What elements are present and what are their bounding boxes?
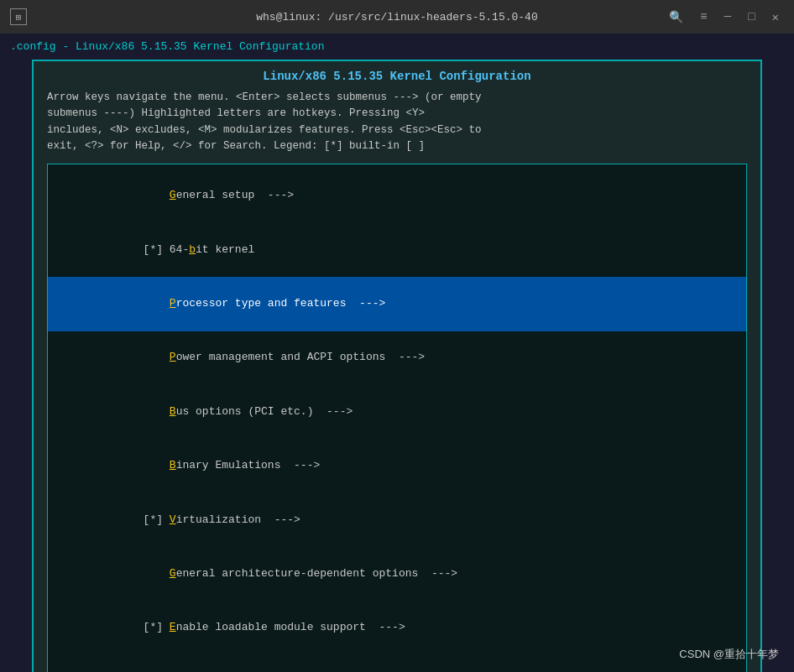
hotkey-bus: B — [170, 405, 176, 418]
hotkey-ga: G — [170, 567, 176, 580]
hotkey-b: b — [189, 243, 196, 256]
desc-line-3: includes, <N> excludes, <M> modularizes … — [47, 124, 482, 136]
desc-line-1: Arrow keys navigate the menu. <Enter> se… — [47, 91, 482, 103]
hotkey-bin: B — [170, 459, 176, 471]
menu-item-general-setup[interactable]: General setup ---> — [48, 169, 746, 223]
menu-item-general-arch[interactable]: General architecture-dependent options -… — [48, 547, 746, 601]
hotkey-p1: P — [170, 297, 176, 310]
hotkey-p2: P — [170, 351, 176, 363]
menu-item-power-management[interactable]: Power management and ACPI options ---> — [48, 331, 746, 385]
title-bar: ⊞ whs@linux: /usr/src/linux-headers-5.15… — [0, 0, 794, 34]
window-title: whs@linux: /usr/src/linux-headers-5.15.0… — [256, 11, 537, 23]
menu-item-block-layer[interactable]: [*] Enable the block layer ---> — [48, 655, 746, 672]
hotkey-e1: E — [170, 621, 176, 633]
menu-item-64bit-kernel[interactable]: [*] 64-bit kernel — [48, 223, 746, 277]
terminal-window: ⊞ whs@linux: /usr/src/linux-headers-5.15… — [0, 0, 794, 672]
menu-item-binary-emulations[interactable]: Binary Emulations ---> — [48, 439, 746, 492]
status-bar-text: .config - Linux/x86 5.15.35 Kernel Confi… — [10, 40, 324, 53]
terminal-content: .config - Linux/x86 5.15.35 Kernel Confi… — [0, 34, 794, 672]
menu-item-virtualization[interactable]: [*] Virtualization ---> — [48, 493, 746, 547]
search-button[interactable]: 🔍 — [664, 8, 688, 26]
config-description: Arrow keys navigate the menu. <Enter> se… — [47, 90, 747, 155]
window-controls: 🔍 ≡ ─ □ ✕ — [664, 8, 784, 26]
terminal-icon: ⊞ — [10, 8, 27, 25]
desc-line-2: submenus ----) Highlighted letters are h… — [47, 107, 425, 119]
menu-button[interactable]: ≡ — [695, 8, 712, 25]
status-bar: .config - Linux/x86 5.15.35 Kernel Confi… — [7, 39, 787, 55]
config-box: Linux/x86 5.15.35 Kernel Configuration A… — [32, 60, 762, 672]
config-title: Linux/x86 5.15.35 Kernel Configuration — [47, 70, 747, 83]
menu-item-bus-options[interactable]: Bus options (PCI etc.) ---> — [48, 385, 746, 439]
hotkey-v: V — [170, 513, 176, 526]
menu-box: General setup ---> [*] 64-bit kernel Pro… — [47, 164, 747, 673]
close-button[interactable]: ✕ — [767, 8, 784, 26]
desc-line-4: exit, <?> for Help, </> for Search. Lege… — [47, 140, 425, 152]
menu-item-processor-type[interactable]: Processor type and features ---> — [48, 277, 746, 331]
minimize-button[interactable]: ─ — [719, 8, 736, 25]
watermark: CSDN @重拾十年梦 — [679, 647, 779, 662]
title-bar-left: ⊞ — [10, 8, 34, 25]
menu-item-loadable-module[interactable]: [*] Enable loadable module support ---> — [48, 602, 746, 655]
hotkey-g: G — [170, 189, 176, 201]
maximize-button[interactable]: □ — [743, 8, 760, 25]
